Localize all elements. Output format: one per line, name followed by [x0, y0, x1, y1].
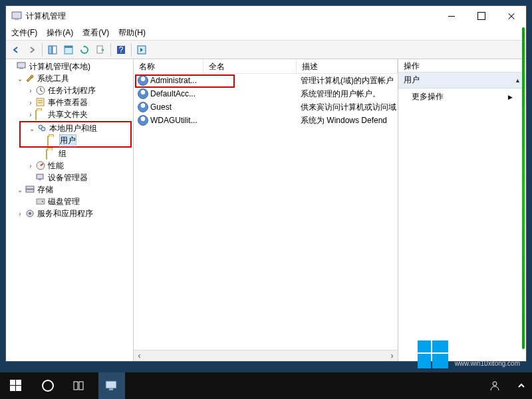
taskbar-app-compmgmt[interactable]	[98, 372, 125, 399]
collapse-icon[interactable]: ⌄	[15, 75, 25, 82]
tree-performance[interactable]: › 性能	[6, 160, 133, 172]
collapse-icon[interactable]: ⌄	[27, 125, 37, 132]
svg-rect-10	[17, 63, 25, 68]
cell-name: WDAGUtilit...	[134, 115, 203, 126]
refresh-button[interactable]	[77, 43, 92, 57]
menu-action[interactable]: 操作(A)	[47, 27, 73, 39]
help-button[interactable]: ?	[114, 43, 128, 57]
collapse-icon[interactable]: ⌄	[15, 186, 25, 194]
collapse-triangle-icon: ▲	[515, 77, 521, 84]
svg-rect-23	[26, 190, 34, 192]
menu-bar: 文件(F) 操作(A) 查看(V) 帮助(H)	[6, 26, 526, 41]
column-fullname[interactable]: 全名	[203, 59, 297, 73]
expand-icon[interactable]: ›	[15, 210, 25, 217]
tree-services-apps[interactable]: › 服务和应用程序	[6, 207, 133, 219]
tree-device-manager[interactable]: 设备管理器	[6, 172, 133, 184]
expand-icon[interactable]: ›	[26, 162, 35, 170]
svg-rect-36	[109, 388, 113, 390]
task-view-button[interactable]	[66, 372, 93, 399]
list-pane: 名称 全名 描述 Administrat... 管理计算机(域)的内置帐户 De…	[134, 59, 398, 361]
users-groups-icon	[37, 123, 47, 134]
cell-description: 供来宾访问计算机或访问域	[297, 102, 398, 113]
highlight-box-local-users: ⌄ 本地用户和组 用户	[19, 121, 132, 148]
scroll-left-icon[interactable]: ‹	[134, 350, 145, 362]
column-name[interactable]: 名称	[134, 59, 203, 73]
action-pane-button[interactable]	[134, 43, 149, 57]
tree-users[interactable]: 用户	[21, 134, 130, 146]
window-resize-handle[interactable]	[522, 27, 525, 349]
forward-button[interactable]	[25, 43, 39, 57]
actions-more[interactable]: 更多操作 ▶	[398, 88, 526, 105]
tray-expand-icon[interactable]	[513, 372, 529, 399]
list-row[interactable]: DefaultAcc... 系统管理的用户帐户。	[134, 87, 398, 100]
tree-groups[interactable]: 组	[6, 148, 133, 160]
tree-system-tools[interactable]: ⌄ 系统工具	[6, 72, 133, 84]
content-area: 计算机管理(本地) ⌄ 系统工具 › 任务计划程序 › 事件查看器 › 共享文件…	[6, 59, 526, 361]
menu-view[interactable]: 查看(V)	[82, 27, 109, 39]
menu-help[interactable]: 帮助(H)	[118, 27, 146, 39]
user-icon	[138, 75, 148, 86]
expand-icon[interactable]: ›	[26, 99, 35, 106]
tree-shared-folders[interactable]: › 共享文件夹	[6, 108, 133, 120]
export-button[interactable]	[93, 43, 108, 57]
svg-rect-29	[16, 380, 21, 385]
tree-label: 性能	[48, 160, 64, 172]
tree-event-viewer[interactable]: › 事件查看器	[6, 96, 133, 108]
list-row[interactable]: WDAGUtilit... 系统为 Windows Defend	[134, 114, 398, 127]
toolbar-separator	[110, 43, 111, 57]
tree-label: 计算机管理(本地)	[29, 61, 90, 72]
computer-icon	[17, 61, 27, 72]
tree-storage[interactable]: ⌄ 存储	[6, 184, 133, 196]
list-body[interactable]: Administrat... 管理计算机(域)的内置帐户 DefaultAcc.…	[134, 74, 398, 350]
user-icon	[138, 115, 148, 126]
tools-icon	[25, 73, 35, 84]
tree-label: 任务计划程序	[48, 85, 96, 96]
folder-icon	[47, 135, 58, 146]
expand-icon[interactable]: ›	[26, 111, 35, 118]
folder-icon	[46, 148, 57, 159]
tree-label: 用户	[60, 135, 76, 146]
cortana-button[interactable]	[35, 372, 61, 399]
expand-icon[interactable]: ›	[26, 87, 35, 94]
close-button[interactable]	[496, 6, 526, 26]
tree-root[interactable]: 计算机管理(本地)	[6, 61, 133, 72]
tree-disk-management[interactable]: 磁盘管理	[6, 196, 133, 207]
svg-rect-22	[26, 186, 34, 189]
svg-rect-5	[65, 46, 72, 48]
svg-point-37	[493, 382, 497, 386]
svg-rect-24	[37, 199, 45, 204]
tray-people-icon[interactable]	[481, 372, 508, 399]
actions-header: 操作	[398, 59, 526, 72]
scroll-right-icon[interactable]: ›	[386, 350, 398, 362]
horizontal-scrollbar[interactable]: ‹ ›	[134, 350, 398, 361]
show-hide-tree-button[interactable]	[45, 43, 60, 57]
back-button[interactable]	[9, 43, 23, 57]
maximize-button[interactable]	[466, 6, 496, 26]
tree-local-users-groups[interactable]: ⌄ 本地用户和组	[21, 122, 130, 134]
cell-description: 系统管理的用户帐户。	[297, 88, 398, 100]
actions-section-label: 用户	[404, 74, 420, 86]
taskbar[interactable]	[0, 372, 532, 399]
svg-point-27	[29, 212, 31, 215]
column-description[interactable]: 描述	[297, 59, 398, 73]
list-row[interactable]: Guest 供来宾访问计算机或访问域	[134, 100, 398, 114]
svg-point-12	[31, 75, 33, 78]
menu-file[interactable]: 文件(F)	[11, 27, 37, 39]
svg-rect-33	[74, 382, 78, 390]
minimize-button[interactable]	[436, 6, 466, 26]
watermark-text: Win10之家 www.win10xitong.com	[455, 342, 520, 367]
svg-rect-14	[37, 98, 44, 106]
actions-section-users[interactable]: 用户 ▲	[398, 72, 526, 88]
svg-rect-2	[49, 46, 52, 54]
navigation-tree[interactable]: 计算机管理(本地) ⌄ 系统工具 › 任务计划程序 › 事件查看器 › 共享文件…	[6, 59, 134, 361]
tree-label: 事件查看器	[48, 97, 88, 108]
computer-management-window: 计算机管理 文件(F) 操作(A) 查看(V) 帮助(H) ? 计算机管理(本地…	[5, 5, 527, 362]
svg-rect-16	[38, 102, 43, 103]
services-icon	[25, 208, 35, 219]
cell-name: Guest	[134, 102, 203, 112]
tree-task-scheduler[interactable]: › 任务计划程序	[6, 84, 133, 96]
properties-button[interactable]	[61, 43, 76, 57]
list-row[interactable]: Administrat... 管理计算机(域)的内置帐户	[134, 74, 398, 87]
svg-rect-31	[16, 386, 21, 391]
start-button[interactable]	[3, 372, 29, 399]
